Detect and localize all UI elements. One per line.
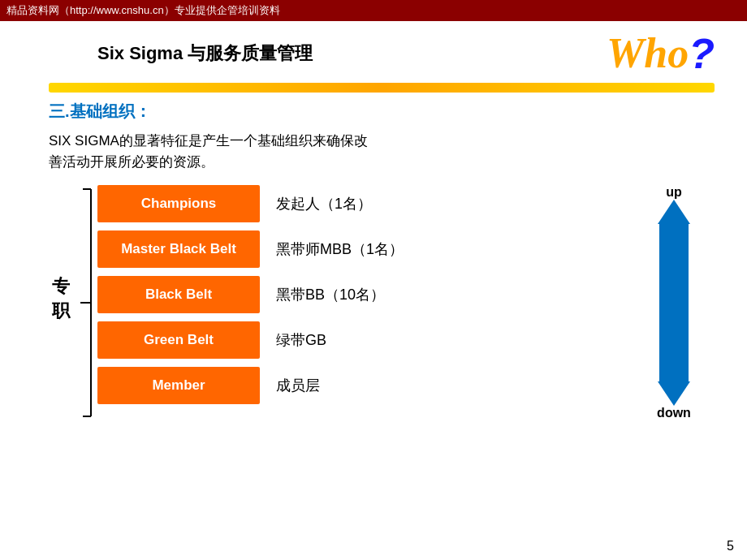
section-title: 三.基础组织： bbox=[49, 101, 715, 123]
page-number: 5 bbox=[727, 539, 734, 554]
top-bar: 精品资料网（http://www.cnshu.cn）专业提供企管培训资料 bbox=[0, 0, 747, 21]
zhuanzhi-label: 专 职 bbox=[49, 185, 73, 420]
role-desc-member: 成员层 bbox=[276, 376, 320, 395]
role-row-black-belt: Black Belt黑带BB（10名） bbox=[97, 276, 715, 313]
role-box-green-belt: Green Belt bbox=[97, 321, 260, 359]
role-box-member: Member bbox=[97, 367, 260, 404]
main-layout: 专 职 Champions发起人（1名）Master Black Belt黑带师… bbox=[49, 185, 715, 420]
slide-title: Six Sigma 与服务质量管理 bbox=[97, 41, 313, 66]
arrow-down-label: down bbox=[657, 406, 691, 420]
description: SIX SIGMA的显著特征是产生一个基础组织来确保改 善活动开展所必要的资源。 bbox=[49, 131, 715, 172]
role-desc-master-black-belt: 黑带师MBB（1名） bbox=[276, 239, 404, 259]
description-line1: SIX SIGMA的显著特征是产生一个基础组织来确保改 bbox=[49, 133, 368, 149]
role-box-champions: Champions bbox=[97, 185, 260, 222]
role-box-black-belt: Black Belt bbox=[97, 276, 260, 313]
bracket-svg bbox=[80, 185, 94, 420]
arrow-up-head bbox=[658, 200, 690, 224]
role-row-master-black-belt: Master Black Belt黑带师MBB（1名） bbox=[97, 230, 715, 268]
top-bar-text: 精品资料网（http://www.cnshu.cn）专业提供企管培训资料 bbox=[6, 3, 280, 18]
highlight-bar bbox=[49, 83, 715, 93]
description-line2: 善活动开展所必要的资源。 bbox=[49, 154, 214, 170]
content: 三.基础组织： SIX SIGMA的显著特征是产生一个基础组织来确保改 善活动开… bbox=[0, 93, 747, 420]
title-area: Six Sigma 与服务质量管理 Who? bbox=[0, 21, 747, 78]
role-box-master-black-belt: Master Black Belt bbox=[97, 230, 260, 268]
role-row-champions: Champions发起人（1名） bbox=[97, 185, 715, 222]
role-row-member: Member成员层 bbox=[97, 367, 715, 404]
arrow-area: up down bbox=[650, 185, 698, 420]
arrow-down-head bbox=[658, 381, 690, 406]
role-desc-black-belt: 黑带BB（10名） bbox=[276, 285, 385, 304]
arrow-up-label: up bbox=[666, 185, 682, 200]
who-text: Who bbox=[607, 29, 689, 77]
arrow-container bbox=[658, 200, 690, 406]
who-badge: Who? bbox=[607, 29, 715, 78]
role-desc-green-belt: 绿带GB bbox=[276, 330, 326, 350]
role-desc-champions: 发起人（1名） bbox=[276, 194, 372, 213]
arrow-body bbox=[659, 224, 689, 381]
rows-container: Champions发起人（1名）Master Black Belt黑带师MBB（… bbox=[97, 185, 715, 420]
who-question: ? bbox=[689, 29, 715, 78]
role-row-green-belt: Green Belt绿带GB bbox=[97, 321, 715, 359]
